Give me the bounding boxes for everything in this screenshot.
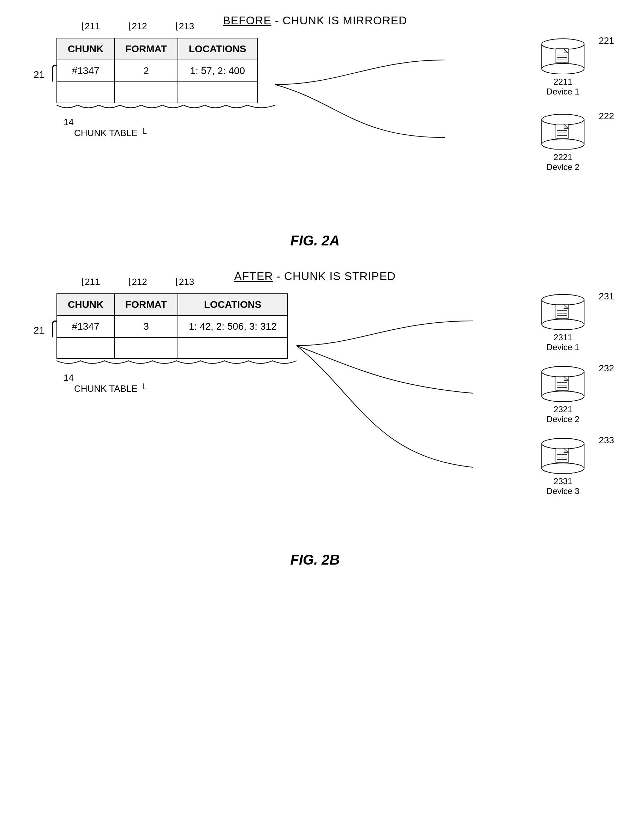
device-232-num: 232 [599,363,614,374]
fig2b-table: CHUNK FORMAT LOCATIONS #1347 3 1: 42, 2:… [57,294,288,359]
col-label-213: ⌊213 [176,21,194,32]
cell-chunk-id-b: #1347 [57,316,114,338]
col-label-211: ⌊211 [81,21,100,32]
cell-chunk-id: #1347 [57,60,114,82]
svg-rect-24 [556,376,568,390]
col-locations-b: LOCATIONS [178,294,288,316]
device-222-name: Device 2 [538,162,588,172]
fig2a-col-labels: ⌊211 ⌊212 ⌊213 [57,21,275,32]
svg-point-8 [542,114,584,125]
fig2a-caption: FIG. 2A [21,233,609,249]
table-row-empty-b [57,338,288,358]
table-row-1: #1347 2 1: 57, 2: 400 [57,60,257,82]
chunk-table-ref-2b: 14 [63,373,74,383]
cell-format: 2 [114,60,178,82]
svg-point-2 [542,63,584,74]
chunk-table-label-2a: CHUNK TABLE [74,128,138,138]
device-222-sublabel: 2221 [538,152,588,162]
svg-point-9 [542,139,584,150]
device-233-name: Device 3 [538,486,588,496]
cylinder-233 [538,435,588,474]
col-format: FORMAT [114,38,178,60]
cell-locations: 1: 57, 2: 400 [178,60,257,82]
col-label-213b: ⌊213 [176,276,194,287]
device-231: 231 2311 Device 1 [538,291,588,352]
device-221-num: 221 [599,35,614,46]
fig2a-devices: 221 2211 Device 1 [538,35,588,172]
table-row-1b: #1347 3 1: 42, 2: 506, 3: 312 [57,316,288,338]
cell-format-b: 3 [114,316,178,338]
fig2a-table: CHUNK FORMAT LOCATIONS #1347 2 1: 57, 2:… [57,38,258,103]
device-233: 233 2331 Device 3 [538,435,588,496]
cell-locations-b: 1: 42, 2: 506, 3: 312 [178,316,288,338]
svg-rect-31 [556,448,568,462]
device-233-num: 233 [599,435,614,446]
fig2a-chunk-table-label: 14 CHUNK TABLE └ [63,117,275,139]
fig2a-title-after: - CHUNK IS MIRRORED [271,14,407,27]
chunk-table-ref-2a: 14 [63,117,74,127]
fig2b-chunk-table-label: 14 CHUNK TABLE └ [63,373,296,394]
page: BEFORE - CHUNK IS MIRRORED ⌊211 ⌊212 ⌊21… [0,0,630,840]
col-label-211b: ⌊211 [81,276,100,287]
device-222-num: 222 [599,111,614,122]
device-221: 221 2211 Device 1 [538,35,588,96]
device-221-name: Device 1 [538,87,588,96]
table-wavy-bottom-b [57,359,296,369]
device-232-sublabel: 2321 [538,404,588,414]
fig2b-col-labels: ⌊211 ⌊212 ⌊213 [57,276,296,287]
col-chunk: CHUNK [57,38,114,60]
diagram-2b: AFTER - CHUNK IS STRIPED ⌊211 ⌊212 ⌊213 … [21,270,609,531]
svg-rect-17 [556,304,568,319]
cylinder-232 [538,363,588,402]
svg-point-15 [542,294,584,305]
device-232: 232 2321 Device 2 [538,363,588,424]
svg-point-1 [542,39,584,49]
device-233-sublabel: 2331 [538,477,588,486]
device-231-num: 231 [599,291,614,302]
col-label-212: ⌊212 [128,21,147,32]
chunk-table-label-2b: CHUNK TABLE [74,383,138,394]
svg-point-23 [542,391,584,402]
col-locations: LOCATIONS [178,38,257,60]
col-format-b: FORMAT [114,294,178,316]
cylinder-222 [538,111,588,150]
fig2a-bracket-label: 21 ⎧ [33,66,58,81]
table-header-row-b: CHUNK FORMAT LOCATIONS [57,294,288,316]
svg-rect-10 [556,124,568,138]
fig2b-devices: 231 2311 Device 1 232 [538,291,588,496]
fig2b-bracket-label: 21 ⎧ [33,322,58,336]
svg-rect-3 [556,49,568,63]
col-label-212b: ⌊212 [128,276,147,287]
table-row-empty [57,82,257,103]
cylinder-231 [538,291,588,330]
device-232-name: Device 2 [538,414,588,424]
col-chunk-b: CHUNK [57,294,114,316]
svg-point-29 [542,438,584,449]
svg-point-16 [542,319,584,330]
device-222: 222 2221 Device 2 [538,111,588,172]
table-header-row: CHUNK FORMAT LOCATIONS [57,38,257,60]
svg-point-30 [542,463,584,474]
fig2b-caption: FIG. 2B [21,552,609,568]
svg-point-22 [542,366,584,377]
cylinder-221 [538,35,588,74]
device-231-sublabel: 2311 [538,333,588,343]
device-221-sublabel: 2211 [538,77,588,87]
diagram-2a: BEFORE - CHUNK IS MIRRORED ⌊211 ⌊212 ⌊21… [21,14,609,212]
device-231-name: Device 1 [538,343,588,352]
table-wavy-bottom [57,103,275,114]
